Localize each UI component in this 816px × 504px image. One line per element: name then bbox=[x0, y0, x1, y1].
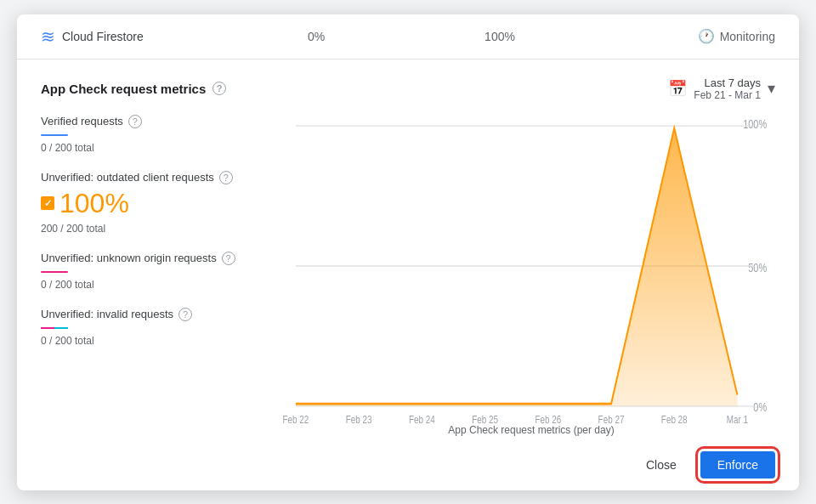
metric-outdated: Unverified: outdated client requests ? 1… bbox=[41, 171, 270, 235]
metric-outdated-value: 100% bbox=[41, 188, 270, 219]
metric-verified-line bbox=[41, 134, 68, 136]
chart-column: 100% 50% 0% bbox=[287, 115, 775, 439]
checkbox-orange-icon bbox=[41, 196, 54, 210]
date-range-picker[interactable]: 📅 Last 7 days Feb 21 - Mar 1 ▾ bbox=[668, 76, 775, 101]
monitor-icon: 🕐 bbox=[698, 28, 715, 44]
metric-invalid-line-pink bbox=[41, 327, 54, 329]
metric-invalid: Unverified: invalid requests ? 0 / 200 t… bbox=[41, 308, 270, 347]
metric-unknown-total: 0 / 200 total bbox=[41, 279, 270, 291]
x-label-feb25: Feb 25 bbox=[472, 412, 498, 425]
x-label-feb28: Feb 28 bbox=[661, 412, 688, 425]
metric-invalid-line-cyan bbox=[54, 327, 68, 329]
firestore-icon: ≋ bbox=[41, 26, 55, 47]
x-label-feb22: Feb 22 bbox=[283, 412, 309, 425]
metric-unknown-line bbox=[41, 271, 68, 273]
metric-outdated-help-icon[interactable]: ? bbox=[219, 171, 233, 184]
metric-outdated-label: Unverified: outdated client requests ? bbox=[41, 171, 270, 184]
metric-verified-total: 0 / 200 total bbox=[41, 142, 270, 154]
metric-outdated-total: 200 / 200 total bbox=[41, 223, 270, 235]
x-label-mar1: Mar 1 bbox=[727, 412, 748, 425]
y-label-100: 100% bbox=[743, 116, 767, 131]
x-label-feb26: Feb 26 bbox=[535, 412, 561, 425]
monitoring-label: Monitoring bbox=[720, 30, 775, 43]
footer: Close Enforce bbox=[17, 439, 799, 490]
top-bar: ≋ Cloud Firestore 0% 100% 🕐 Monitoring bbox=[17, 14, 799, 59]
metric-invalid-help-icon[interactable]: ? bbox=[178, 308, 192, 321]
date-range-label: Last 7 days bbox=[694, 76, 761, 89]
main-content: App Check request metrics ? 📅 Last 7 day… bbox=[17, 59, 799, 439]
service-section: ≋ Cloud Firestore bbox=[41, 26, 224, 47]
chart-x-axis-label: App Check request metrics (per day) bbox=[287, 424, 775, 439]
x-label-feb24: Feb 24 bbox=[409, 412, 435, 425]
y-label-0: 0% bbox=[753, 399, 767, 414]
monitoring-section: 🕐 Monitoring bbox=[592, 28, 775, 44]
pct-hundred: 100% bbox=[408, 30, 592, 43]
date-range-sub: Feb 21 - Mar 1 bbox=[694, 89, 761, 101]
chart-area: 100% 50% 0% bbox=[287, 115, 775, 417]
metric-unknown-help-icon[interactable]: ? bbox=[222, 252, 235, 265]
metric-verified-label: Verified requests ? bbox=[41, 115, 270, 128]
section-header: App Check request metrics ? 📅 Last 7 day… bbox=[41, 76, 775, 101]
two-col-layout: Verified requests ? 0 / 200 total Unveri… bbox=[41, 115, 775, 439]
y-label-50: 50% bbox=[748, 260, 767, 275]
metric-verified: Verified requests ? 0 / 200 total bbox=[41, 115, 270, 154]
section-title: App Check request metrics ? bbox=[41, 82, 226, 96]
close-button[interactable]: Close bbox=[632, 451, 690, 479]
metric-unknown: Unverified: unknown origin requests ? 0 … bbox=[41, 252, 270, 291]
metric-invalid-total: 0 / 200 total bbox=[41, 335, 270, 347]
x-label-feb23: Feb 23 bbox=[346, 412, 372, 425]
metrics-column: Verified requests ? 0 / 200 total Unveri… bbox=[41, 115, 287, 439]
section-title-text: App Check request metrics bbox=[41, 82, 206, 96]
dropdown-arrow-icon: ▾ bbox=[768, 79, 775, 98]
enforce-button[interactable]: Enforce bbox=[700, 451, 775, 479]
chart-svg: 100% 50% 0% bbox=[287, 115, 775, 417]
calendar-icon: 📅 bbox=[668, 79, 687, 98]
dialog: ≋ Cloud Firestore 0% 100% 🕐 Monitoring A… bbox=[17, 14, 799, 490]
metric-invalid-label: Unverified: invalid requests ? bbox=[41, 308, 270, 321]
date-range-text: Last 7 days Feb 21 - Mar 1 bbox=[694, 76, 761, 101]
title-help-icon[interactable]: ? bbox=[212, 82, 226, 95]
pct-zero: 0% bbox=[224, 30, 408, 43]
metric-unknown-label: Unverified: unknown origin requests ? bbox=[41, 252, 270, 265]
service-name: Cloud Firestore bbox=[62, 30, 144, 43]
x-label-feb27: Feb 27 bbox=[598, 412, 625, 425]
chart-area-fill bbox=[296, 127, 738, 405]
metric-verified-help-icon[interactable]: ? bbox=[128, 115, 142, 128]
